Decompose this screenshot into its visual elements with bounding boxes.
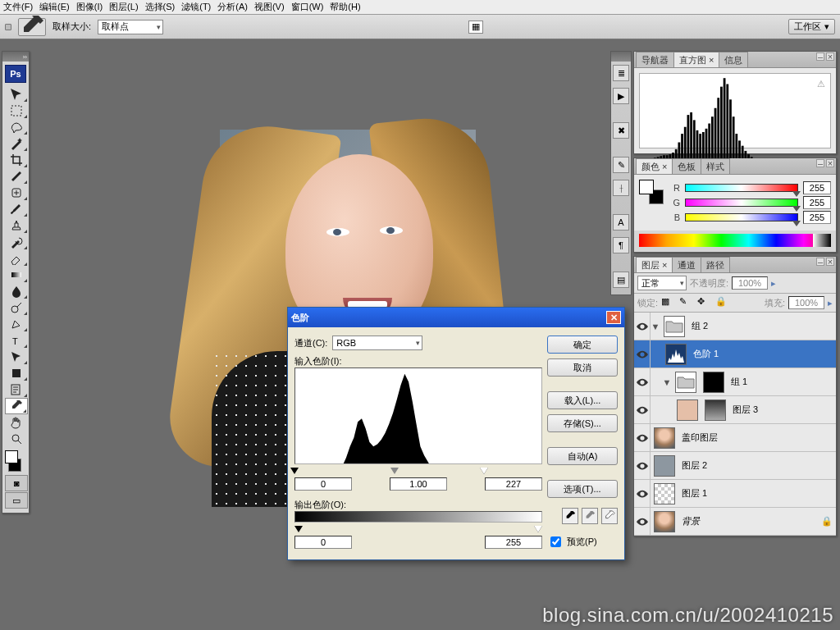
ruler-icon[interactable]: ⟊	[613, 180, 629, 196]
fill-field[interactable]: 100%	[788, 296, 824, 309]
color-spectrum[interactable]	[639, 234, 831, 247]
cancel-button[interactable]: 取消	[547, 358, 618, 377]
tab-info[interactable]: 信息	[719, 52, 748, 67]
lock-transparency-icon[interactable]: ▩	[661, 296, 676, 309]
channel-slider[interactable]	[685, 213, 798, 221]
channel-value-field[interactable]: 255	[803, 211, 831, 224]
ok-button[interactable]: 确定	[547, 336, 618, 354]
close-icon[interactable]: ✕	[606, 311, 621, 324]
menu-view[interactable]: 视图(V)	[254, 1, 285, 13]
menu-select[interactable]: 选择(S)	[145, 1, 176, 13]
tab-swatches[interactable]: 色板	[672, 158, 701, 174]
foreground-color-swatch[interactable]	[5, 450, 18, 463]
eyedropper-tool[interactable]	[5, 398, 28, 414]
adjustment-thumb[interactable]	[665, 344, 687, 365]
layer-row[interactable]: 图层 2	[634, 452, 836, 480]
blend-mode-dropdown[interactable]: 正常	[637, 276, 687, 290]
brush-tool[interactable]	[5, 201, 28, 217]
layer-thumb[interactable]	[654, 483, 675, 504]
layer-mask-thumb[interactable]	[703, 372, 724, 393]
minimize-icon[interactable]: –	[816, 258, 824, 266]
layer-row[interactable]: 背景🔒	[634, 508, 836, 536]
eraser-tool[interactable]	[5, 250, 28, 267]
wrench-icon[interactable]: ✖	[613, 122, 629, 139]
magic-wand-tool[interactable]	[5, 135, 28, 152]
options-button[interactable]: 选项(T)...	[547, 480, 618, 498]
input-white-field[interactable]: 227	[485, 477, 542, 491]
white-eyedropper-icon[interactable]	[601, 508, 618, 524]
tab-channels[interactable]: 通道	[672, 257, 701, 272]
screen-mode-toggle[interactable]: ▭	[5, 492, 28, 509]
type-icon[interactable]: A	[613, 214, 629, 231]
menu-analysis[interactable]: 分析(A)	[217, 1, 248, 13]
hand-tool[interactable]	[5, 414, 28, 431]
tab-color[interactable]: 颜色 ×	[636, 158, 673, 174]
close-icon[interactable]: ×	[826, 159, 834, 167]
save-button[interactable]: 存储(S)...	[547, 414, 618, 432]
workspace-switcher[interactable]: 工作区 ▾	[788, 19, 835, 34]
layer-row[interactable]: 图层 1	[634, 480, 836, 508]
layer-name[interactable]: 图层 3	[729, 404, 833, 416]
visibility-toggle[interactable]	[634, 313, 651, 340]
minimize-icon[interactable]: –	[816, 159, 824, 167]
close-icon[interactable]: ×	[826, 258, 834, 266]
clone-stamp-tool[interactable]	[5, 217, 28, 234]
preview-checkbox-input[interactable]	[550, 536, 561, 547]
opacity-field[interactable]: 100%	[732, 276, 768, 290]
black-eyedropper-icon[interactable]	[562, 508, 578, 524]
menu-filter[interactable]: 滤镜(T)	[181, 1, 211, 13]
layer-row[interactable]: ▼组 1	[634, 368, 836, 396]
move-tool[interactable]	[5, 86, 28, 103]
gradient-tool[interactable]	[5, 267, 28, 283]
visibility-toggle[interactable]	[634, 480, 651, 507]
group-collapse-toggle[interactable]: ▼	[651, 322, 660, 331]
tab-paths[interactable]: 路径	[701, 257, 730, 272]
lock-pixels-icon[interactable]: ✎	[679, 296, 694, 309]
pen-tool[interactable]	[5, 316, 28, 332]
output-black-field[interactable]: 0	[294, 536, 352, 549]
lock-position-icon[interactable]: ✥	[697, 296, 712, 309]
history-brush-tool[interactable]	[5, 234, 28, 250]
output-white-slider[interactable]	[534, 526, 542, 532]
output-sliders[interactable]	[294, 524, 542, 532]
fg-bg-swatches[interactable]	[639, 180, 664, 204]
layer-row[interactable]: ▼组 2	[634, 313, 836, 340]
slice-tool[interactable]	[5, 168, 28, 185]
current-tool-icon[interactable]	[18, 18, 46, 36]
notes-tool[interactable]	[5, 381, 28, 398]
output-white-field[interactable]: 255	[485, 536, 542, 549]
group-collapse-toggle[interactable]: ▼	[662, 377, 672, 387]
zoom-tool[interactable]	[5, 431, 28, 447]
layer-name[interactable]: 背景	[678, 515, 821, 527]
layer-name[interactable]: 组 1	[728, 376, 833, 388]
layer-row[interactable]: 图层 3	[634, 396, 836, 424]
menu-image[interactable]: 图像(I)	[76, 1, 103, 13]
channel-value-field[interactable]: 255	[803, 196, 831, 209]
menu-help[interactable]: 帮助(H)	[330, 1, 360, 13]
layer-name[interactable]: 盖印图层	[678, 431, 833, 444]
gray-point-slider[interactable]	[390, 468, 399, 474]
channel-dropdown[interactable]: RGB	[332, 336, 422, 350]
lasso-tool[interactable]	[5, 119, 28, 135]
sample-size-dropdown[interactable]: 取样点	[98, 20, 163, 34]
input-gamma-field[interactable]: 1.00	[390, 477, 447, 491]
menu-file[interactable]: 文件(F)	[3, 1, 33, 13]
layer-mask-thumb[interactable]	[705, 399, 726, 421]
options-grip-icon[interactable]	[5, 24, 11, 30]
visibility-toggle[interactable]	[634, 508, 651, 535]
blur-tool[interactable]	[5, 283, 28, 299]
color-swatches[interactable]	[5, 450, 26, 472]
lock-all-icon[interactable]: 🔒	[715, 296, 730, 309]
load-button[interactable]: 载入(L)...	[547, 391, 618, 409]
input-sliders[interactable]	[294, 466, 542, 474]
visibility-toggle[interactable]	[634, 424, 651, 451]
healing-brush-tool[interactable]	[5, 185, 28, 201]
close-icon[interactable]: ×	[826, 52, 834, 61]
shape-tool[interactable]	[5, 365, 28, 381]
visibility-toggle[interactable]	[634, 452, 651, 479]
channel-value-field[interactable]: 255	[803, 181, 831, 194]
fill-flyout-icon[interactable]: ▸	[828, 298, 833, 308]
dialog-titlebar[interactable]: 色阶 ✕	[288, 308, 624, 327]
layer-row[interactable]: 色阶 1	[634, 340, 836, 368]
channel-slider[interactable]	[685, 184, 798, 192]
